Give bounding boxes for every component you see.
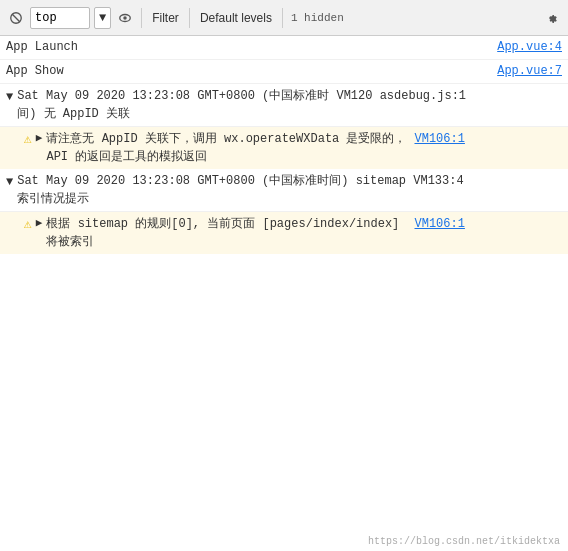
gear-button[interactable]	[540, 7, 562, 29]
warn-toggle-appid[interactable]: ▶	[36, 130, 43, 147]
warn-text-sitemap: 根据 sitemap 的规则[0], 当前页面 [pages/index/ind…	[46, 215, 562, 251]
header-source-sitemap-vm[interactable]: VM133:4	[413, 174, 463, 188]
log-source-app-launch[interactable]: App.vue:4	[497, 38, 562, 57]
dropdown-arrow: ▼	[99, 11, 106, 25]
filter-label: Filter	[152, 11, 179, 25]
levels-label: Default levels	[200, 11, 272, 25]
log-text-app-show: App Show	[6, 62, 489, 81]
header-source-appid-vm[interactable]: VM120 asdebug.js:1	[336, 89, 466, 103]
search-container	[30, 7, 90, 29]
section-header-sitemap[interactable]: ▼ Sat May 09 2020 13:23:08 GMT+0800 (中国标…	[0, 169, 568, 212]
header-text-sitemap: Sat May 09 2020 13:23:08 GMT+0800 (中国标准时…	[17, 172, 562, 208]
toolbar-divider-1	[141, 8, 142, 28]
watermark: https://blog.csdn.net/itkidektxa	[368, 536, 560, 547]
warn-row-sitemap: ⚠ ▶ 根据 sitemap 的规则[0], 当前页面 [pages/index…	[0, 212, 568, 254]
warn-source-appid[interactable]: VM106:1	[414, 132, 464, 146]
ban-icon[interactable]	[6, 8, 26, 28]
toolbar: ▼ Filter Default levels 1 hidden	[0, 0, 568, 36]
log-prefix-app-show: App Show	[6, 64, 64, 78]
log-text-app-launch: App Launch	[6, 38, 489, 57]
filter-button[interactable]: Filter	[148, 9, 183, 27]
toolbar-divider-3	[282, 8, 283, 28]
section-appid: ▼ Sat May 09 2020 13:23:08 GMT+0800 (中国标…	[0, 84, 568, 169]
log-entry-app-show: App Show App.vue:7	[0, 60, 568, 84]
warn-icon-appid: ⚠	[24, 130, 32, 150]
warn-toggle-sitemap[interactable]: ▶	[36, 215, 43, 232]
warn-text-appid: 请注意无 AppID 关联下，调用 wx.operateWXData 是受限的，…	[46, 130, 562, 166]
levels-button[interactable]: Default levels	[196, 9, 276, 27]
section-header-appid[interactable]: ▼ Sat May 09 2020 13:23:08 GMT+0800 (中国标…	[0, 84, 568, 127]
log-area: App Launch App.vue:4 App Show App.vue:7 …	[0, 36, 568, 551]
toggle-arrow-appid: ▼	[6, 88, 13, 106]
warn-icon-sitemap: ⚠	[24, 215, 32, 235]
log-entry-app-launch: App Launch App.vue:4	[0, 36, 568, 60]
section-sitemap: ▼ Sat May 09 2020 13:23:08 GMT+0800 (中国标…	[0, 169, 568, 254]
warn-row-appid: ⚠ ▶ 请注意无 AppID 关联下，调用 wx.operateWXData 是…	[0, 127, 568, 169]
log-prefix-app-launch: App Launch	[6, 40, 78, 54]
eye-icon[interactable]	[115, 8, 135, 28]
svg-point-3	[123, 16, 127, 20]
toggle-arrow-sitemap: ▼	[6, 173, 13, 191]
header-text-appid: Sat May 09 2020 13:23:08 GMT+0800 (中国标准时…	[17, 87, 562, 123]
warn-source-sitemap[interactable]: VM106:1	[415, 217, 465, 231]
log-source-app-show[interactable]: App.vue:7	[497, 62, 562, 81]
toolbar-divider-2	[189, 8, 190, 28]
hidden-count-badge: 1 hidden	[291, 12, 344, 24]
svg-line-1	[12, 14, 20, 22]
search-dropdown[interactable]: ▼	[94, 7, 111, 29]
search-input[interactable]	[35, 11, 75, 25]
